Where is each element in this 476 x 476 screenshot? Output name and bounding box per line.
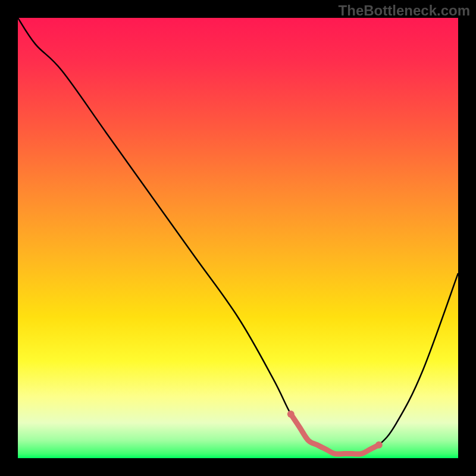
plot-area — [18, 18, 458, 458]
optimal-range-highlight — [291, 414, 379, 454]
watermark-text: TheBottleneck.com — [339, 2, 470, 19]
curve-svg — [18, 18, 458, 458]
optimal-start-marker — [287, 411, 295, 418]
bottleneck-curve — [18, 18, 458, 455]
optimal-end-marker — [375, 441, 383, 449]
